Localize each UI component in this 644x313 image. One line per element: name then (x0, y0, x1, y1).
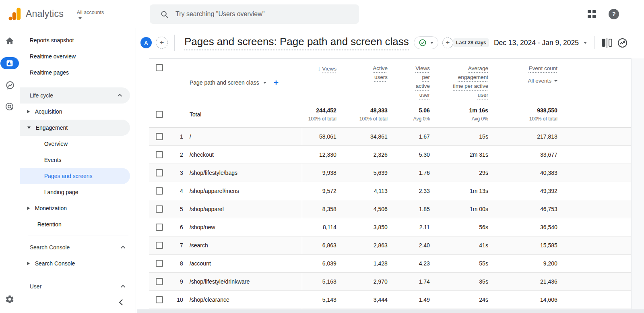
row-checkbox[interactable] (156, 278, 163, 285)
sidebar-item-label: Events (44, 157, 62, 163)
apps-grid-icon[interactable] (588, 10, 596, 18)
chevron-down-icon (78, 17, 82, 19)
sidebar-item-reports-snapshot[interactable]: Reports snapshot (20, 32, 136, 48)
page-path-cell[interactable]: /shop/lifestyle/drinkware (190, 278, 302, 285)
page-path-cell[interactable]: / (190, 133, 302, 140)
page-title[interactable]: Pages and screens: Page path and screen … (184, 35, 409, 50)
row-number: 2 (171, 151, 190, 158)
horizontal-scrollbar[interactable] (137, 309, 644, 313)
property-avatar[interactable]: A (140, 37, 152, 48)
total-row-checkbox[interactable] (156, 111, 163, 118)
vertical-scrollbar[interactable] (631, 58, 644, 309)
top-bar: Analytics All accounts ? (0, 0, 644, 28)
sidebar-item-realtime-pages[interactable]: Realtime pages (20, 64, 136, 81)
date-range-selector[interactable]: Dec 13, 2024 - Jan 9, 2025 (494, 39, 579, 47)
collapse-sidebar-button[interactable] (120, 299, 124, 306)
views-cell: 5,143 (302, 291, 336, 309)
page-path-cell[interactable]: /checkout (190, 151, 302, 158)
section-label: User (30, 283, 42, 290)
views-per-active-user-cell: 1.85 (388, 200, 430, 218)
page-path-cell[interactable]: /search (190, 242, 302, 249)
row-checkbox[interactable] (156, 296, 163, 303)
rail-item-admin[interactable] (5, 294, 14, 304)
event-filter-dropdown[interactable]: All events (488, 77, 557, 85)
sidebar-item-overview[interactable]: Overview (20, 136, 136, 152)
rail-item-home[interactable] (5, 36, 14, 46)
analytics-logo[interactable]: Analytics (0, 6, 64, 21)
add-comparison-button[interactable]: + (442, 37, 453, 48)
page-path-cell[interactable]: /shop/clearance (190, 296, 302, 303)
avg-engagement-time-cell: 29s (430, 164, 488, 182)
chevron-down-icon (554, 80, 557, 82)
sidebar-item-acquisition[interactable]: Acquisition (20, 104, 136, 120)
column-header-event-count[interactable]: Event count All events (488, 59, 557, 101)
chevron-down-icon[interactable] (263, 82, 266, 84)
gear-icon (5, 294, 14, 304)
sidebar-section-life-cycle[interactable]: Life cycle (20, 87, 130, 104)
active-users-cell: 2,863 (336, 236, 388, 254)
sidebar-section-search-console[interactable]: Search Console (20, 239, 136, 255)
column-header-views-per-active-user[interactable]: Views per active user (388, 59, 430, 101)
row-number: 6 (171, 224, 190, 230)
page-path-cell[interactable]: /shop/apparel (190, 206, 302, 212)
select-all-checkbox[interactable] (156, 64, 163, 71)
search-bar[interactable] (150, 4, 359, 24)
report-status-pill[interactable] (414, 36, 438, 49)
total-views-per-active-user: 5.06Avg 0% (388, 107, 430, 122)
row-checkbox[interactable] (156, 133, 163, 140)
insights-icon[interactable] (617, 37, 628, 48)
sidebar-item-pages-and-screens[interactable]: Pages and screens (20, 168, 130, 184)
active-users-cell: 34,861 (336, 128, 388, 145)
search-input[interactable] (175, 10, 336, 18)
sidebar-item-realtime-overview[interactable]: Realtime overview (20, 48, 136, 64)
active-users-cell: 3,444 (336, 291, 388, 309)
row-checkbox[interactable] (156, 151, 163, 158)
sidebar-item-landing-page[interactable]: Landing page (20, 184, 136, 200)
report-table: Page path and screen class + ↓Views Acti… (149, 58, 631, 309)
page-path-cell[interactable]: /shop/lifestyle/bags (190, 170, 302, 176)
active-users-cell: 4,113 (336, 182, 388, 200)
rail-item-reports[interactable] (0, 57, 19, 69)
row-number: 4 (171, 188, 190, 194)
chevron-down-icon[interactable] (584, 42, 587, 44)
views-per-active-user-cell: 2.33 (388, 182, 430, 200)
active-users-cell: 3,850 (336, 218, 388, 236)
row-checkbox[interactable] (156, 224, 163, 231)
table-row: 1/58,06134,8611.6715s217,813 (149, 128, 631, 146)
sidebar-item-events[interactable]: Events (20, 152, 136, 168)
row-checkbox[interactable] (156, 205, 163, 213)
sidebar-item-label: Acquisition (35, 108, 62, 115)
add-dimension-button[interactable]: + (274, 79, 279, 86)
table-row: 9/shop/lifestyle/drinkware5,1632,9701.74… (149, 273, 631, 291)
page-path-cell[interactable]: /shop/apparel/mens (190, 188, 302, 194)
help-icon[interactable]: ? (609, 9, 619, 19)
page-path-cell[interactable]: /account (190, 260, 302, 267)
page-path-cell[interactable]: /shop/new (190, 224, 302, 230)
sidebar-item-retention[interactable]: Retention (20, 216, 136, 232)
sidebar-item-monetization[interactable]: Monetization (20, 200, 136, 216)
column-header-avg-engagement-time[interactable]: Average engagement time per active user (430, 59, 488, 101)
column-header-views[interactable]: ↓Views (302, 59, 336, 101)
avg-engagement-time-cell: 1m 13s (430, 182, 488, 200)
total-views: 244,452100% of total (302, 107, 336, 122)
sidebar-section-user[interactable]: User (20, 278, 136, 294)
row-checkbox[interactable] (156, 242, 163, 249)
row-checkbox[interactable] (156, 169, 163, 176)
row-checkbox[interactable] (156, 260, 163, 267)
section-label: Search Console (30, 244, 70, 251)
rail-item-explore[interactable] (5, 81, 15, 91)
check-circle-icon (419, 39, 427, 47)
column-header-active-users[interactable]: Active users (336, 59, 388, 101)
sidebar-item-engagement[interactable]: Engagement (20, 120, 130, 136)
add-report-button[interactable]: + (156, 37, 168, 49)
row-checkbox[interactable] (156, 187, 163, 195)
edit-comparisons-icon[interactable] (602, 38, 612, 48)
rail-item-advertising[interactable] (5, 102, 15, 112)
advertising-target-icon (5, 102, 15, 112)
active-users-cell: 2,970 (336, 273, 388, 290)
dimension-header[interactable]: Page path and screen class (190, 79, 259, 86)
sidebar-item-search-console[interactable]: Search Console (20, 255, 136, 272)
event-count-cell: 40,383 (488, 164, 557, 182)
table-total-row: Total 244,452100% of total 48,333100% of… (149, 101, 631, 128)
account-selector[interactable]: All accounts (77, 9, 104, 19)
